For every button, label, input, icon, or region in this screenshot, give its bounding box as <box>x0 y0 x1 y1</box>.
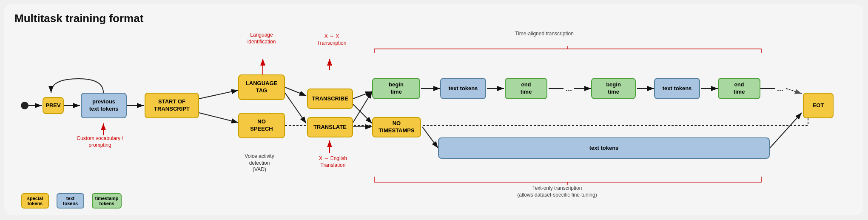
legend-timestamp-tokens: timestamptokens <box>92 193 122 209</box>
main-container: Multitask training format <box>4 4 863 215</box>
node-sot: START OFTRANSCRIPT <box>145 93 199 118</box>
node-text-tokens-wide: text tokens <box>438 137 770 159</box>
svg-point-4 <box>21 102 28 109</box>
legend-special-tokens: specialtokens <box>21 193 49 209</box>
svg-line-13 <box>353 91 372 123</box>
svg-line-9 <box>285 93 306 123</box>
arrows-svg <box>13 30 855 213</box>
diagram-area: PREV previoustext tokens START OFTRANSCR… <box>13 30 855 213</box>
annotation-custom-vocab: Custom vocabulary /prompting <box>68 135 132 149</box>
svg-line-10 <box>353 91 372 99</box>
svg-line-8 <box>285 87 306 96</box>
annotation-time-aligned: Time-aligned transcription <box>481 31 608 37</box>
annotation-x-transcription: X → XTranscription <box>306 33 357 46</box>
svg-line-23 <box>770 113 802 148</box>
dots-separator2: ... <box>777 84 783 93</box>
node-text-tokens1: text tokens <box>440 78 486 99</box>
annotation-x-english: X → EnglishTranslation <box>305 155 361 169</box>
annotation-language-id: Languageidentification <box>234 32 289 45</box>
dots-separator: ... <box>566 84 572 93</box>
annotation-text-only: Text-only transcription(allows dataset-s… <box>438 185 676 198</box>
legend-box-timestamp: timestamptokens <box>92 193 122 209</box>
node-no-timestamps: NOTIMESTAMPS <box>372 117 421 137</box>
svg-line-11 <box>353 104 372 123</box>
node-language-tag: LANGUAGETAG <box>238 74 285 100</box>
node-begin-time2: begintime <box>591 78 636 99</box>
node-translate: TRANSLATE <box>307 117 353 137</box>
node-end-time2: endtime <box>718 78 760 99</box>
annotation-vad: Voice activitydetection(VAD) <box>230 153 289 173</box>
page-title: Multitask training format <box>14 12 853 25</box>
legend-box-text: texttokens <box>57 193 84 209</box>
node-eot: EOT <box>803 93 834 118</box>
node-no-speech: NOSPEECH <box>238 113 285 138</box>
legend: specialtokens texttokens timestamptokens <box>21 193 122 209</box>
legend-box-special: specialtokens <box>21 193 49 209</box>
svg-line-22 <box>422 127 438 148</box>
node-prev-text: previoustext tokens <box>81 93 127 118</box>
node-prev: PREV <box>43 97 64 114</box>
node-text-tokens2: text tokens <box>654 78 700 99</box>
svg-line-21 <box>786 89 802 94</box>
node-transcribe: TRANSCRIBE <box>307 89 353 109</box>
node-end-time1: endtime <box>505 78 547 99</box>
legend-text-tokens: texttokens <box>57 193 84 209</box>
node-begin-time1: begintime <box>372 78 420 99</box>
